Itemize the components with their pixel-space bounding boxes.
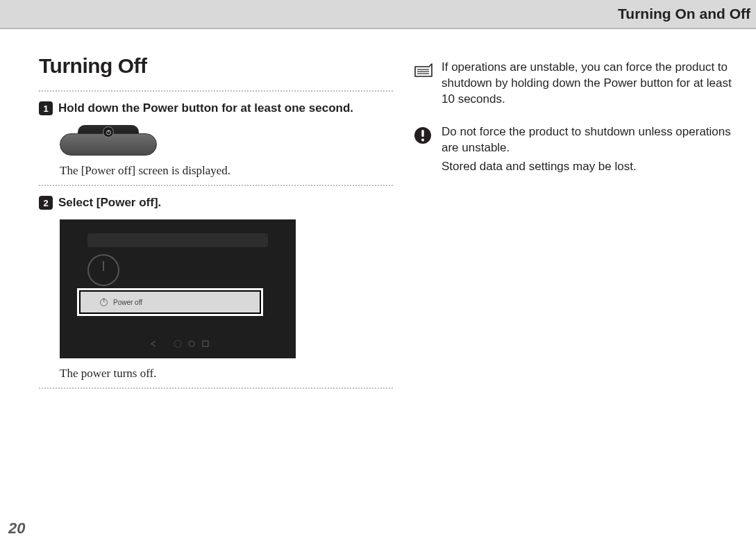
divider [39, 185, 393, 186]
header-band: Turning On and Off [0, 0, 756, 29]
step-1-label: Hold down the Power button for at least … [58, 101, 353, 115]
header-section-title: Turning On and Off [618, 6, 750, 22]
svg-point-10 [421, 138, 424, 141]
step-2: 2 Select [Power off]. [39, 196, 394, 210]
screenshot-illustration: Power off [60, 219, 394, 358]
step-1: 1 Hold down the Power button for at leas… [39, 101, 394, 115]
tip-note: If operations are unstable, you can forc… [411, 60, 741, 110]
nav-bar-icons [60, 339, 296, 358]
tip-text: If operations are unstable, you can forc… [442, 60, 741, 108]
svg-rect-4 [203, 341, 208, 347]
dialog-label: Power off [113, 299, 142, 306]
left-column: Turning Off 1 Hold down the Power button… [39, 54, 394, 399]
step-2-result: The power turns off. [60, 367, 394, 381]
note-icon [411, 60, 435, 110]
step-1-result: The [Power off] screen is displayed. [60, 164, 394, 178]
svg-point-3 [189, 341, 194, 347]
section-heading: Turning Off [39, 54, 394, 78]
right-column: If operations are unstable, you can forc… [394, 54, 741, 399]
page-number: 20 [8, 519, 25, 538]
caution-text-1: Do not force the product to shutdown unl… [442, 124, 741, 156]
caution-icon [411, 124, 435, 178]
power-icon [100, 299, 108, 306]
caution-note: Do not force the product to shutdown unl… [411, 124, 741, 178]
step-2-number: 2 [39, 196, 53, 210]
svg-rect-9 [421, 130, 423, 137]
power-icon [103, 126, 114, 138]
divider [39, 90, 393, 92]
divider [39, 388, 393, 389]
page-content: Turning Off 1 Hold down the Power button… [0, 29, 756, 399]
svg-point-2 [174, 340, 181, 347]
step-2-label: Select [Power off]. [58, 196, 161, 210]
caution-text-2: Stored data and settings may be lost. [442, 159, 741, 175]
step-1-number: 1 [39, 101, 53, 115]
power-off-dialog: Power off [79, 290, 261, 314]
device-illustration [60, 125, 394, 156]
